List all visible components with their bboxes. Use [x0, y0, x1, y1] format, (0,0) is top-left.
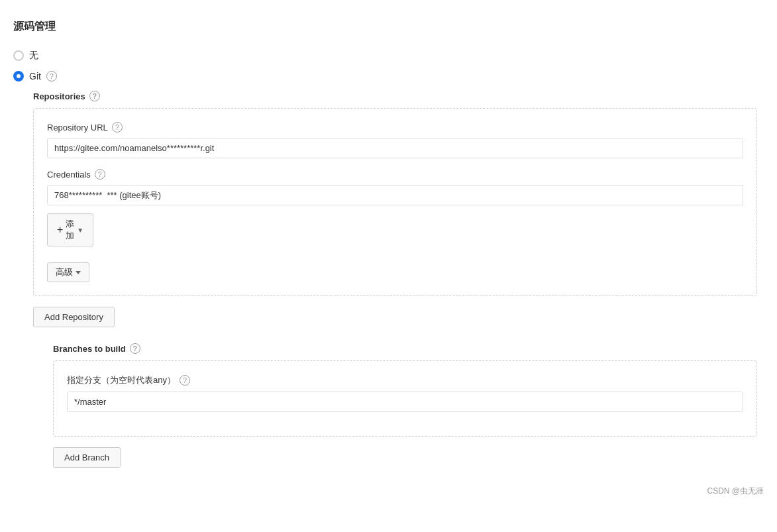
repository-box: Repository URL ? Credentials ? + 添加	[33, 108, 757, 296]
repo-url-section: Repository URL ?	[47, 122, 743, 158]
repositories-section-label: Repositories ?	[33, 91, 757, 101]
credentials-input[interactable]	[47, 185, 743, 205]
advanced-button[interactable]: 高级	[47, 262, 89, 282]
git-section: Repositories ? Repository URL ? Credenti…	[33, 91, 757, 484]
add-button-label: 添加	[66, 218, 74, 242]
add-repository-button[interactable]: Add Repository	[33, 307, 115, 327]
branches-section-label: Branches to build ?	[53, 343, 757, 354]
page-title: 源码管理	[13, 20, 757, 34]
credentials-help-icon[interactable]: ?	[95, 169, 105, 180]
radio-none[interactable]: 无	[13, 50, 757, 62]
git-help-icon[interactable]: ?	[46, 71, 57, 81]
branches-help-icon[interactable]: ?	[130, 343, 140, 354]
credentials-row	[47, 185, 743, 205]
advanced-label: 高级	[56, 266, 73, 278]
advanced-chevron-icon	[76, 271, 81, 274]
branch-field-label: 指定分支（为空时代表any） ?	[67, 374, 743, 386]
branches-box: 指定分支（为空时代表any） ?	[53, 360, 757, 437]
credentials-section: Credentials ? + 添加 ▼	[47, 169, 743, 246]
credentials-add-button[interactable]: + 添加 ▼	[47, 213, 93, 246]
radio-git-label: Git	[29, 71, 41, 81]
repo-url-input[interactable]	[47, 138, 743, 158]
branch-input[interactable]	[67, 392, 743, 412]
advanced-section: 高级	[47, 257, 743, 282]
branch-field-help-icon[interactable]: ?	[180, 375, 190, 386]
credentials-label: Credentials ?	[47, 169, 743, 180]
repositories-help-icon[interactable]: ?	[89, 91, 100, 101]
radio-none-circle[interactable]	[13, 50, 24, 61]
watermark: CSDN @虫无涯	[707, 486, 764, 497]
branches-section: Branches to build ? 指定分支（为空时代表any） ? Add…	[53, 343, 757, 484]
radio-none-label: 无	[29, 50, 38, 62]
add-branch-button[interactable]: Add Branch	[53, 447, 121, 468]
radio-git[interactable]: Git ?	[13, 71, 757, 81]
branch-field-section: 指定分支（为空时代表any） ?	[67, 374, 743, 412]
dropdown-icon: ▼	[77, 227, 83, 234]
radio-git-circle[interactable]	[13, 71, 24, 81]
repo-url-label: Repository URL ?	[47, 122, 743, 133]
repo-url-help-icon[interactable]: ?	[112, 122, 123, 133]
plus-icon: +	[57, 225, 63, 235]
